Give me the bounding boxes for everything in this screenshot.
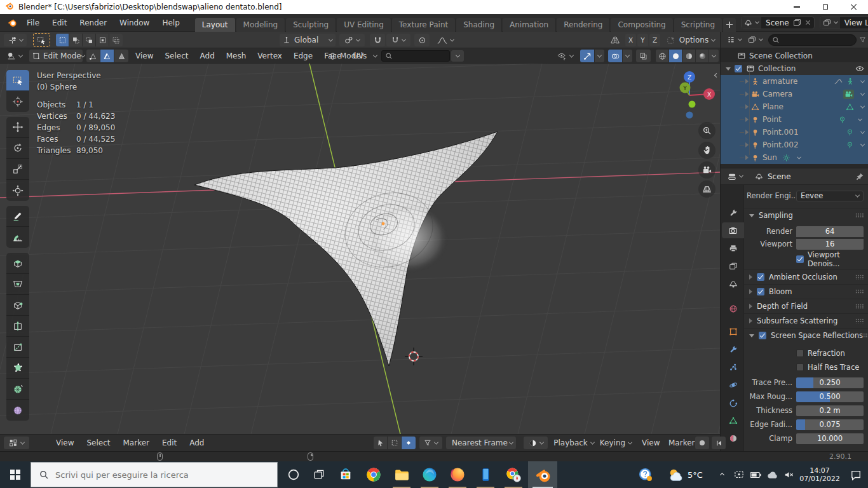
- select-mode-invert[interactable]: [96, 34, 109, 46]
- outliner-row-camera[interactable]: Camera: [721, 88, 868, 100]
- outliner-row-sun[interactable]: Sun: [721, 151, 868, 164]
- tool-cursor[interactable]: [6, 91, 29, 112]
- snap-target-icon[interactable]: [666, 36, 675, 45]
- close-button[interactable]: [839, 0, 868, 14]
- menu-render[interactable]: Render: [73, 18, 113, 27]
- sampling-render-field[interactable]: 64: [796, 226, 864, 237]
- panel-grip-icon[interactable]: [855, 304, 864, 309]
- properties-tab-render[interactable]: [722, 222, 744, 238]
- taskbar-search[interactable]: [31, 462, 278, 487]
- tl-select-tool[interactable]: [374, 437, 388, 449]
- tool-inset-faces[interactable]: [6, 274, 29, 295]
- panel-expand-icon[interactable]: [749, 274, 752, 280]
- workspace-tab-compositing[interactable]: Compositing: [611, 18, 673, 32]
- restrict-dropdown-icon[interactable]: [860, 142, 865, 146]
- tray-battery[interactable]: [747, 461, 764, 488]
- taskbar-store[interactable]: [332, 461, 359, 488]
- workspace-tab-sculpting[interactable]: Sculpting: [286, 18, 336, 32]
- taskbar-chrome[interactable]: [360, 461, 387, 488]
- ortho-grid-button[interactable]: [698, 180, 715, 198]
- tool-scale[interactable]: [6, 159, 29, 180]
- outliner-panel[interactable]: Scene Collection Collection armature Cam…: [720, 48, 868, 168]
- tool-annotate[interactable]: [6, 206, 29, 227]
- max-roughness-slider[interactable]: 0.500: [796, 391, 864, 402]
- panel-grip-icon[interactable]: [863, 333, 868, 338]
- properties-tab-constraints[interactable]: [722, 395, 744, 411]
- editor-type-dropdown[interactable]: [3, 50, 27, 62]
- taskbar-search-input[interactable]: [55, 470, 246, 480]
- panel-expand-icon[interactable]: [749, 289, 752, 294]
- tl-menu-marker[interactable]: Marker: [117, 438, 156, 447]
- viewport-denoising-toggle[interactable]: Viewport Denois...: [744, 253, 868, 266]
- properties-tab-scene[interactable]: [722, 276, 744, 292]
- tool-smooth[interactable]: [6, 400, 29, 421]
- mirror-y-button[interactable]: Y: [637, 34, 648, 46]
- trace-precision-slider[interactable]: 0.250: [796, 377, 864, 388]
- taskbar-blender[interactable]: [528, 461, 557, 488]
- view-layer-selector[interactable]: View Layer: [820, 17, 868, 29]
- tool-poly-build[interactable]: [6, 358, 29, 379]
- add-workspace-button[interactable]: [723, 18, 736, 32]
- pan-hand-button[interactable]: [698, 142, 715, 159]
- workspace-tab-uv-editing[interactable]: UV Editing: [337, 18, 391, 32]
- pivot-point-dropdown[interactable]: [339, 34, 365, 46]
- menu-window[interactable]: Window: [113, 18, 156, 27]
- properties-tab-output[interactable]: [722, 240, 744, 256]
- mirror-z-button[interactable]: Z: [649, 34, 660, 46]
- tool-spin[interactable]: [6, 379, 29, 400]
- panel-grip-icon[interactable]: [855, 318, 864, 323]
- outliner-filter-dropdown[interactable]: [724, 34, 745, 46]
- viewport-3d[interactable]: Z Y X: [0, 64, 720, 434]
- tl-snap-mode-dropdown[interactable]: Nearest Frame: [446, 437, 516, 449]
- face-select-button[interactable]: [114, 50, 128, 62]
- mesh-object[interactable]: [194, 132, 498, 366]
- expand-icon[interactable]: [726, 67, 731, 71]
- xray-toggle[interactable]: [636, 50, 651, 62]
- render-engine-dropdown[interactable]: Eevee: [796, 191, 864, 201]
- expand-icon[interactable]: [745, 104, 749, 109]
- taskbar-firefox[interactable]: [444, 461, 471, 488]
- tool-loop-cut[interactable]: [6, 316, 29, 337]
- jump-to-start-button[interactable]: [712, 437, 726, 449]
- overlays-dropdown[interactable]: [623, 50, 632, 62]
- checkbox-unchecked[interactable]: [796, 349, 804, 357]
- outliner-display-dropdown[interactable]: [745, 34, 766, 46]
- tl-playback-menu[interactable]: Playback: [552, 437, 596, 449]
- transform-orientation-dropdown[interactable]: Global: [280, 34, 336, 46]
- shading-solid-button[interactable]: [669, 50, 682, 62]
- timeline-editor-dropdown[interactable]: [4, 437, 29, 449]
- tray-help[interactable]: [633, 461, 658, 488]
- tl-sync-dropdown[interactable]: [524, 437, 548, 449]
- snap-settings-dropdown[interactable]: [386, 34, 410, 46]
- tool-measure[interactable]: [6, 227, 29, 248]
- select-mode-extend[interactable]: [69, 34, 83, 46]
- action-center-button[interactable]: [845, 461, 867, 488]
- shading-material-button[interactable]: [682, 50, 696, 62]
- outliner-row-point[interactable]: Point: [721, 113, 868, 126]
- view-layer-browse-icon[interactable]: [820, 17, 840, 29]
- taskbar-explorer[interactable]: [388, 461, 415, 488]
- properties-editor-dropdown[interactable]: [724, 170, 746, 183]
- overlays-toggle[interactable]: [608, 50, 623, 62]
- shading-dropdown[interactable]: [709, 50, 719, 62]
- outliner-funnel-icon[interactable]: [859, 36, 866, 43]
- panel-grip-icon[interactable]: [855, 274, 864, 280]
- workspace-tab-rendering[interactable]: Rendering: [557, 18, 610, 32]
- panel-subsurface-scattering[interactable]: Subsurface Scattering: [744, 313, 868, 328]
- tl-keying-menu[interactable]: Keying: [597, 437, 634, 449]
- tl-menu-view[interactable]: View: [50, 438, 80, 447]
- tool-move[interactable]: [6, 117, 29, 138]
- properties-tab-modifiers[interactable]: [722, 341, 744, 357]
- panel-grip-icon[interactable]: [855, 213, 864, 218]
- panel-grip-icon[interactable]: [855, 289, 864, 294]
- vertex-select-button[interactable]: [86, 50, 100, 62]
- tl-menu-add[interactable]: Add: [183, 438, 210, 447]
- select-mode-subtract[interactable]: [83, 34, 96, 46]
- properties-tab-object[interactable]: [722, 323, 744, 339]
- outliner-search-input[interactable]: [780, 36, 853, 44]
- thickness-field[interactable]: 0.2 m: [796, 405, 864, 416]
- asset-browser-dropdown[interactable]: Models: [325, 50, 380, 62]
- outliner-row-point-001[interactable]: Point.001: [721, 126, 868, 139]
- properties-panel[interactable]: Scene Render Engi... Eevee: [720, 168, 868, 451]
- select-mode-intersect[interactable]: [109, 34, 123, 46]
